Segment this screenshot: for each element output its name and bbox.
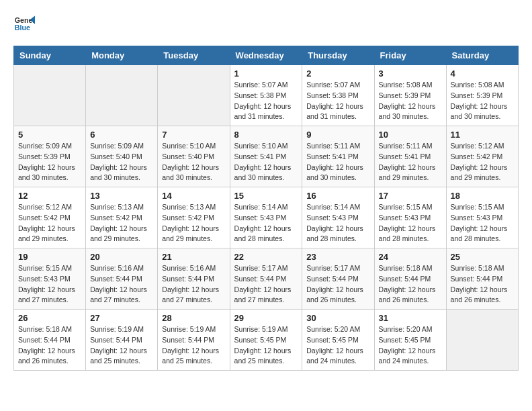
day-cell: 4Sunrise: 5:08 AMSunset: 5:39 PMDaylight… — [446, 65, 518, 126]
day-number: 1 — [234, 68, 298, 79]
day-cell: 25Sunrise: 5:18 AMSunset: 5:44 PMDayligh… — [446, 248, 518, 310]
day-number: 18 — [451, 191, 514, 201]
day-info: Sunrise: 5:11 AMSunset: 5:41 PMDaylight:… — [379, 141, 442, 183]
day-cell: 8Sunrise: 5:10 AMSunset: 5:41 PMDaylight… — [230, 126, 302, 187]
header-wednesday: Wednesday — [230, 46, 302, 65]
day-number: 5 — [18, 130, 81, 140]
header: General Blue — [13, 13, 519, 35]
header-saturday: Saturday — [446, 46, 518, 65]
week-row-0: 1Sunrise: 5:07 AMSunset: 5:38 PMDaylight… — [14, 65, 519, 126]
day-number: 10 — [379, 130, 442, 140]
day-number: 23 — [306, 252, 369, 262]
day-cell: 26Sunrise: 5:18 AMSunset: 5:44 PMDayligh… — [14, 310, 86, 371]
day-info: Sunrise: 5:17 AMSunset: 5:44 PMDaylight:… — [234, 263, 298, 306]
day-cell — [14, 65, 86, 126]
logo-icon: General Blue — [13, 13, 35, 35]
day-info: Sunrise: 5:15 AMSunset: 5:43 PMDaylight:… — [379, 202, 442, 244]
day-number: 16 — [306, 191, 369, 201]
day-info: Sunrise: 5:08 AMSunset: 5:39 PMDaylight:… — [379, 80, 442, 122]
day-number: 31 — [379, 313, 442, 323]
day-info: Sunrise: 5:16 AMSunset: 5:44 PMDaylight:… — [162, 263, 225, 306]
day-cell: 7Sunrise: 5:10 AMSunset: 5:40 PMDaylight… — [158, 126, 230, 187]
day-info: Sunrise: 5:20 AMSunset: 5:45 PMDaylight:… — [379, 324, 442, 367]
day-number: 21 — [162, 252, 225, 262]
calendar-header-row: SundayMondayTuesdayWednesdayThursdayFrid… — [14, 46, 519, 65]
day-cell — [446, 310, 518, 371]
day-info: Sunrise: 5:13 AMSunset: 5:42 PMDaylight:… — [90, 202, 153, 244]
day-info: Sunrise: 5:11 AMSunset: 5:41 PMDaylight:… — [306, 141, 369, 183]
day-cell: 21Sunrise: 5:16 AMSunset: 5:44 PMDayligh… — [158, 248, 230, 310]
day-number: 4 — [451, 68, 514, 79]
day-number: 20 — [90, 252, 153, 262]
day-number: 27 — [90, 313, 153, 323]
day-info: Sunrise: 5:10 AMSunset: 5:40 PMDaylight:… — [162, 141, 225, 183]
day-cell: 1Sunrise: 5:07 AMSunset: 5:38 PMDaylight… — [230, 65, 302, 126]
day-info: Sunrise: 5:17 AMSunset: 5:44 PMDaylight:… — [306, 263, 369, 306]
day-info: Sunrise: 5:19 AMSunset: 5:44 PMDaylight:… — [162, 324, 225, 367]
day-info: Sunrise: 5:18 AMSunset: 5:44 PMDaylight:… — [451, 263, 514, 306]
day-number: 26 — [18, 313, 81, 323]
week-row-4: 26Sunrise: 5:18 AMSunset: 5:44 PMDayligh… — [14, 310, 519, 371]
day-number: 17 — [379, 191, 442, 201]
day-info: Sunrise: 5:18 AMSunset: 5:44 PMDaylight:… — [18, 324, 81, 367]
day-number: 14 — [162, 191, 225, 201]
header-tuesday: Tuesday — [158, 46, 230, 65]
day-cell: 27Sunrise: 5:19 AMSunset: 5:44 PMDayligh… — [86, 310, 158, 371]
day-info: Sunrise: 5:12 AMSunset: 5:42 PMDaylight:… — [18, 202, 81, 244]
day-number: 9 — [306, 130, 369, 140]
header-thursday: Thursday — [302, 46, 374, 65]
day-cell: 19Sunrise: 5:15 AMSunset: 5:43 PMDayligh… — [14, 248, 86, 310]
day-cell: 12Sunrise: 5:12 AMSunset: 5:42 PMDayligh… — [14, 187, 86, 248]
day-info: Sunrise: 5:13 AMSunset: 5:42 PMDaylight:… — [162, 202, 225, 244]
day-number: 12 — [18, 191, 81, 201]
day-info: Sunrise: 5:14 AMSunset: 5:43 PMDaylight:… — [306, 202, 369, 244]
day-cell: 9Sunrise: 5:11 AMSunset: 5:41 PMDaylight… — [302, 126, 374, 187]
day-cell: 20Sunrise: 5:16 AMSunset: 5:44 PMDayligh… — [86, 248, 158, 310]
day-info: Sunrise: 5:12 AMSunset: 5:42 PMDaylight:… — [451, 141, 514, 183]
day-cell: 30Sunrise: 5:20 AMSunset: 5:45 PMDayligh… — [302, 310, 374, 371]
day-cell: 6Sunrise: 5:09 AMSunset: 5:40 PMDaylight… — [86, 126, 158, 187]
day-cell: 13Sunrise: 5:13 AMSunset: 5:42 PMDayligh… — [86, 187, 158, 248]
day-info: Sunrise: 5:16 AMSunset: 5:44 PMDaylight:… — [90, 263, 153, 306]
day-cell: 2Sunrise: 5:07 AMSunset: 5:38 PMDaylight… — [302, 65, 374, 126]
header-sunday: Sunday — [14, 46, 86, 65]
week-row-1: 5Sunrise: 5:09 AMSunset: 5:39 PMDaylight… — [14, 126, 519, 187]
day-info: Sunrise: 5:15 AMSunset: 5:43 PMDaylight:… — [18, 263, 81, 306]
week-row-3: 19Sunrise: 5:15 AMSunset: 5:43 PMDayligh… — [14, 248, 519, 310]
day-info: Sunrise: 5:15 AMSunset: 5:43 PMDaylight:… — [451, 202, 514, 244]
day-cell: 15Sunrise: 5:14 AMSunset: 5:43 PMDayligh… — [230, 187, 302, 248]
day-cell: 31Sunrise: 5:20 AMSunset: 5:45 PMDayligh… — [374, 310, 446, 371]
day-info: Sunrise: 5:09 AMSunset: 5:39 PMDaylight:… — [18, 141, 81, 183]
day-cell: 11Sunrise: 5:12 AMSunset: 5:42 PMDayligh… — [446, 126, 518, 187]
day-number: 2 — [306, 68, 369, 79]
day-info: Sunrise: 5:18 AMSunset: 5:44 PMDaylight:… — [379, 263, 442, 306]
day-cell: 10Sunrise: 5:11 AMSunset: 5:41 PMDayligh… — [374, 126, 446, 187]
day-number: 30 — [306, 313, 369, 323]
day-number: 25 — [451, 252, 514, 262]
day-number: 11 — [451, 130, 514, 140]
svg-text:Blue: Blue — [15, 24, 30, 32]
day-number: 19 — [18, 252, 81, 262]
day-info: Sunrise: 5:08 AMSunset: 5:39 PMDaylight:… — [451, 80, 514, 122]
day-info: Sunrise: 5:14 AMSunset: 5:43 PMDaylight:… — [234, 202, 298, 244]
calendar-table: SundayMondayTuesdayWednesdayThursdayFrid… — [13, 46, 519, 371]
day-number: 8 — [234, 130, 298, 140]
day-number: 13 — [90, 191, 153, 201]
day-cell: 17Sunrise: 5:15 AMSunset: 5:43 PMDayligh… — [374, 187, 446, 248]
header-friday: Friday — [374, 46, 446, 65]
header-monday: Monday — [86, 46, 158, 65]
day-number: 3 — [379, 68, 442, 79]
day-info: Sunrise: 5:20 AMSunset: 5:45 PMDaylight:… — [306, 324, 369, 367]
day-cell: 24Sunrise: 5:18 AMSunset: 5:44 PMDayligh… — [374, 248, 446, 310]
day-cell: 23Sunrise: 5:17 AMSunset: 5:44 PMDayligh… — [302, 248, 374, 310]
day-number: 28 — [162, 313, 225, 323]
day-number: 7 — [162, 130, 225, 140]
day-info: Sunrise: 5:19 AMSunset: 5:45 PMDaylight:… — [234, 324, 298, 367]
day-number: 24 — [379, 252, 442, 262]
day-cell: 14Sunrise: 5:13 AMSunset: 5:42 PMDayligh… — [158, 187, 230, 248]
day-number: 15 — [234, 191, 298, 201]
day-info: Sunrise: 5:07 AMSunset: 5:38 PMDaylight:… — [306, 80, 369, 122]
day-cell: 29Sunrise: 5:19 AMSunset: 5:45 PMDayligh… — [230, 310, 302, 371]
day-cell: 3Sunrise: 5:08 AMSunset: 5:39 PMDaylight… — [374, 65, 446, 126]
day-info: Sunrise: 5:10 AMSunset: 5:41 PMDaylight:… — [234, 141, 298, 183]
